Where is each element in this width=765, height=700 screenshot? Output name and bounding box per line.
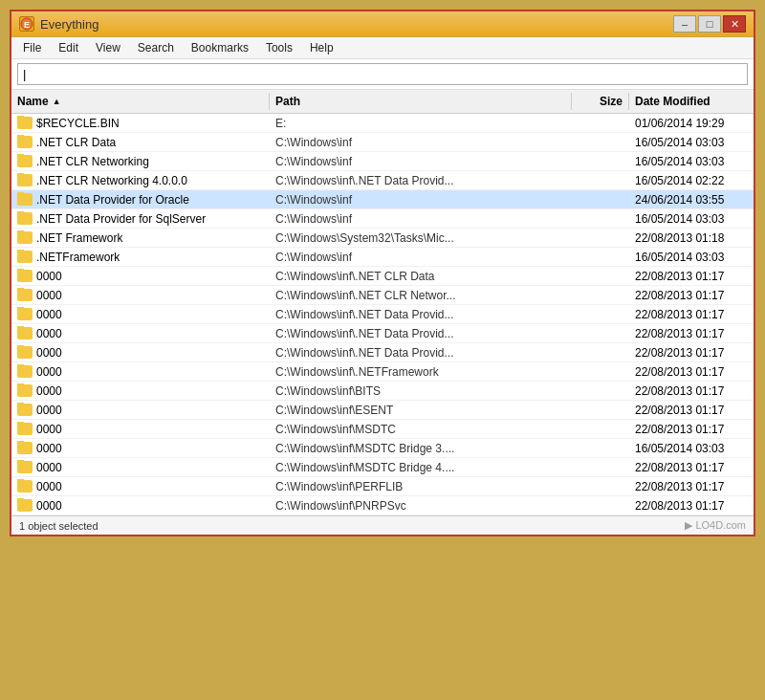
row-path-cell: C:\Windows\inf\.NET Data Provid... [270,173,572,188]
file-name: .NET CLR Networking 4.0.0.0 [36,174,187,187]
table-row[interactable]: 0000C:\Windows\inf\MSDTC Bridge 4....22/… [11,458,754,477]
search-input[interactable] [17,63,748,85]
file-name: 0000 [36,327,62,340]
table-row[interactable]: .NET FrameworkC:\Windows\System32\Tasks\… [11,229,754,248]
row-size-cell [572,256,629,258]
row-date-cell: 24/06/2014 03:55 [629,192,754,208]
column-date[interactable]: Date Modified [629,93,754,110]
status-text: 1 object selected [19,520,98,532]
folder-icon [17,346,33,359]
table-row[interactable]: .NET Data Provider for OracleC:\Windows\… [11,190,754,209]
table-row[interactable]: 0000C:\Windows\inf\.NET Data Provid...22… [11,343,754,362]
row-path-cell: C:\Windows\inf\.NET Data Provid... [270,345,572,361]
file-name: 0000 [36,480,62,493]
close-button[interactable]: ✕ [723,15,746,33]
row-name-cell: 0000 [11,460,270,475]
row-path-cell: E: [270,116,572,131]
table-row[interactable]: 0000C:\Windows\inf\.NETFramework22/08/20… [11,362,754,382]
main-window: E Everything – □ ✕ FileEditViewSearchBoo… [10,10,755,536]
file-name: 0000 [36,461,62,474]
row-date-cell: 22/08/2013 01:17 [629,326,754,341]
menu-item-bookmarks[interactable]: Bookmarks [184,39,256,56]
table-row[interactable]: 0000C:\Windows\inf\.NET CLR Networ...22/… [11,286,754,305]
row-name-cell: 0000 [11,479,270,494]
row-size-cell [572,352,629,354]
table-row[interactable]: .NET CLR DataC:\Windows\inf16/05/2014 03… [11,133,754,152]
folder-icon [17,174,33,186]
row-date-cell: 16/05/2014 03:03 [629,154,754,169]
table-row[interactable]: 0000C:\Windows\inf\.NET CLR Data22/08/20… [11,267,754,286]
row-size-cell [572,448,629,449]
table-row[interactable]: 0000C:\Windows\inf\PERFLIB22/08/2013 01:… [11,477,754,496]
file-name: .NET CLR Data [36,136,116,149]
row-name-cell: .NET Data Provider for Oracle [11,192,270,208]
row-path-cell: C:\Windows\inf\PERFLIB [270,479,572,494]
file-name: .NETFramework [36,251,120,264]
table-row[interactable]: 0000C:\Windows\inf\BITS22/08/2013 01:17 [11,382,754,401]
row-path-cell: C:\Windows\inf\.NET Data Provid... [270,307,572,322]
row-date-cell: 22/08/2013 01:17 [629,460,754,475]
column-path[interactable]: Path [270,93,572,110]
table-row[interactable]: 0000C:\Windows\inf\MSDTC Bridge 3....16/… [11,439,754,458]
column-size[interactable]: Size [572,93,629,110]
table-row[interactable]: 0000C:\Windows\inf\MSDTC22/08/2013 01:17 [11,420,754,439]
folder-icon [17,289,33,301]
row-path-cell: C:\Windows\inf [270,211,572,227]
row-size-cell [572,314,629,316]
menu-item-tools[interactable]: Tools [258,39,300,56]
row-path-cell: C:\Windows\inf\.NET Data Provid... [270,326,572,341]
row-path-cell: C:\Windows\System32\Tasks\Mic... [270,230,572,246]
folder-icon [17,212,33,225]
menu-item-view[interactable]: View [88,39,128,56]
row-date-cell: 22/08/2013 01:18 [629,230,754,246]
menu-bar: FileEditViewSearchBookmarksToolsHelp [11,37,754,59]
maximize-button[interactable]: □ [698,15,721,33]
row-size-cell [572,122,629,124]
row-name-cell: 0000 [11,383,270,399]
list-header: Name ▲ Path Size Date Modified [11,90,754,114]
table-row[interactable]: 0000C:\Windows\inf\.NET Data Provid...22… [11,324,754,343]
table-row[interactable]: 0000C:\Windows\inf\ESENT22/08/2013 01:17 [11,401,754,420]
row-date-cell: 16/05/2014 03:03 [629,135,754,150]
row-date-cell: 22/08/2013 01:17 [629,403,754,418]
file-name: 0000 [36,346,62,360]
table-row[interactable]: $RECYCLE.BINE:01/06/2014 19:29 [11,114,754,133]
table-row[interactable]: .NETFrameworkC:\Windows\inf16/05/2014 03… [11,248,754,267]
svg-text:E: E [24,20,30,30]
row-size-cell [572,295,629,296]
column-name[interactable]: Name ▲ [11,93,270,110]
row-size-cell [572,371,629,373]
table-row[interactable]: .NET Data Provider for SqlServerC:\Windo… [11,209,754,229]
menu-item-help[interactable]: Help [302,39,341,56]
menu-item-file[interactable]: File [15,39,49,56]
table-row[interactable]: .NET CLR Networking 4.0.0.0C:\Windows\in… [11,171,754,190]
row-date-cell: 22/08/2013 01:17 [629,479,754,494]
folder-icon [17,423,33,435]
row-size-cell [572,467,629,469]
menu-item-edit[interactable]: Edit [51,39,86,56]
table-row[interactable]: .NET CLR NetworkingC:\Windows\inf16/05/2… [11,152,754,171]
minimize-button[interactable]: – [673,15,696,33]
row-path-cell: C:\Windows\inf\MSDTC Bridge 4.... [270,460,572,475]
row-size-cell [572,237,629,239]
folder-icon [17,308,33,320]
row-path-cell: C:\Windows\inf\ESENT [270,403,572,418]
row-path-cell: C:\Windows\inf\.NET CLR Networ... [270,288,572,303]
table-row[interactable]: 0000C:\Windows\inf\.NET Data Provid...22… [11,305,754,324]
file-list[interactable]: $RECYCLE.BINE:01/06/2014 19:29.NET CLR D… [11,114,754,515]
row-date-cell: 01/06/2014 19:29 [629,116,754,131]
menu-item-search[interactable]: Search [130,39,182,56]
folder-icon [17,231,33,244]
row-name-cell: 0000 [11,364,270,380]
folder-icon [17,327,33,339]
row-size-cell [572,161,629,163]
row-path-cell: C:\Windows\inf\PNRPSvc [270,498,572,514]
row-size-cell [572,505,629,507]
window-controls: – □ ✕ [673,15,746,33]
file-name: .NET CLR Networking [36,155,149,168]
row-date-cell: 16/05/2014 03:03 [629,250,754,265]
file-name: 0000 [36,384,62,398]
row-size-cell [572,218,629,220]
table-row[interactable]: 0000C:\Windows\inf\PNRPSvc22/08/2013 01:… [11,496,754,515]
row-name-cell: .NET CLR Networking [11,154,270,169]
